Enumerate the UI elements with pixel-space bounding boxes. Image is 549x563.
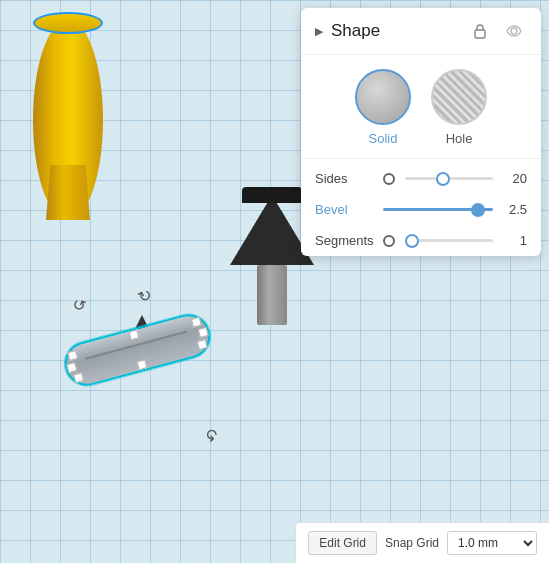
panel-header: ▶ Shape bbox=[301, 8, 541, 55]
segments-value: 1 bbox=[503, 233, 527, 248]
sides-label: Sides bbox=[315, 171, 373, 186]
shape-panel: ▶ Shape Solid Hole Sides bbox=[301, 8, 541, 256]
edit-grid-button[interactable]: Edit Grid bbox=[308, 531, 377, 555]
panel-title: Shape bbox=[331, 21, 459, 41]
selection-handle-tl[interactable] bbox=[67, 350, 78, 361]
sides-slider-circle bbox=[383, 173, 395, 185]
segments-slider-thumb[interactable] bbox=[405, 234, 419, 248]
sides-slider-row: Sides 20 bbox=[301, 163, 541, 194]
selection-handle-tm[interactable] bbox=[128, 330, 139, 341]
funnel-stem bbox=[257, 265, 287, 325]
sides-slider-track[interactable] bbox=[405, 177, 493, 180]
selection-handle-bl[interactable] bbox=[73, 372, 84, 383]
yellow-cylinder-object[interactable] bbox=[18, 0, 118, 220]
segments-slider-track[interactable] bbox=[405, 239, 493, 242]
selection-handle-br[interactable] bbox=[197, 339, 208, 350]
sides-slider-thumb[interactable] bbox=[436, 172, 450, 186]
bevel-slider-row: Bevel 2.5 bbox=[301, 194, 541, 225]
cylinder-top bbox=[33, 12, 103, 34]
funnel-cone-top bbox=[242, 187, 302, 203]
cylinder-neck bbox=[46, 165, 90, 220]
bevel-value: 2.5 bbox=[503, 202, 527, 217]
bevel-label: Bevel bbox=[315, 202, 373, 217]
selection-handle-mr[interactable] bbox=[198, 327, 209, 338]
bevel-slider-thumb[interactable] bbox=[471, 203, 485, 217]
hole-label: Hole bbox=[446, 131, 473, 146]
panel-chevron-icon[interactable]: ▶ bbox=[315, 25, 323, 38]
solid-label: Solid bbox=[369, 131, 398, 146]
selection-handle-tr[interactable] bbox=[191, 317, 202, 328]
hole-type-button[interactable]: Hole bbox=[431, 69, 487, 146]
sides-value: 20 bbox=[503, 171, 527, 186]
rotate-arrow-bottomright: ↺ bbox=[200, 423, 222, 446]
segments-slider-circle bbox=[383, 235, 395, 247]
selection-handle-ml[interactable] bbox=[66, 362, 77, 373]
solid-type-button[interactable]: Solid bbox=[355, 69, 411, 146]
rotate-arrow-topleft: ↺ bbox=[69, 294, 88, 316]
svg-rect-0 bbox=[475, 30, 485, 38]
panel-divider-1 bbox=[301, 158, 541, 159]
solid-icon bbox=[355, 69, 411, 125]
bottom-toolbar: Edit Grid Snap Grid 1.0 mm ▲ 0.1 mm 0.5 … bbox=[295, 522, 549, 563]
visibility-button[interactable] bbox=[501, 18, 527, 44]
selection-handle-bm[interactable] bbox=[136, 359, 147, 370]
shape-type-selector: Solid Hole bbox=[301, 55, 541, 154]
snap-grid-select[interactable]: 1.0 mm ▲ 0.1 mm 0.5 mm 1.0 mm 2.0 mm 5.0… bbox=[447, 531, 537, 555]
hole-icon bbox=[431, 69, 487, 125]
segments-slider-row: Segments 1 bbox=[301, 225, 541, 256]
rotate-arrow-topright: ↻ bbox=[134, 284, 155, 307]
svg-point-1 bbox=[511, 28, 517, 34]
bevel-slider-track[interactable] bbox=[383, 208, 493, 211]
lock-button[interactable] bbox=[467, 18, 493, 44]
segments-label: Segments bbox=[315, 233, 373, 248]
torpedo-body bbox=[60, 309, 215, 390]
snap-grid-label: Snap Grid bbox=[385, 536, 439, 550]
